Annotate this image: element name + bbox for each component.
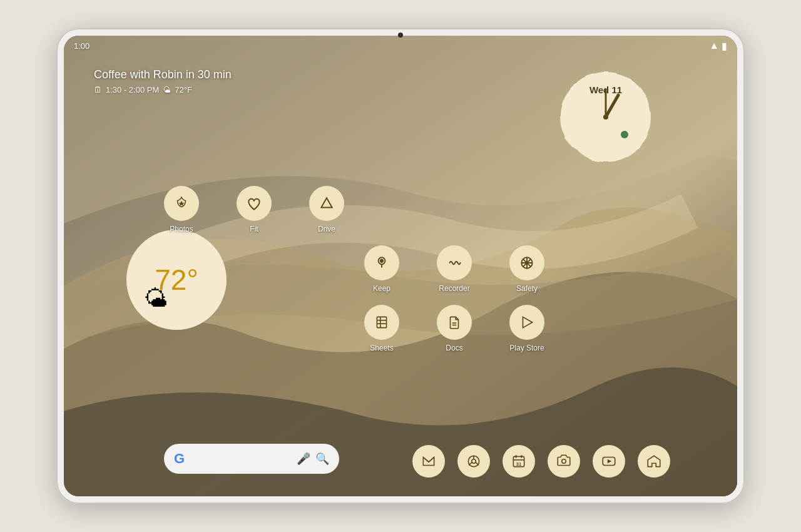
- safety-label: Safety: [516, 284, 538, 293]
- svg-text:31: 31: [516, 461, 521, 467]
- status-time: 1:00: [74, 41, 89, 51]
- battery-icon: ▮: [722, 40, 727, 52]
- calendar-time: 1:30 - 2:00 PM: [106, 85, 159, 95]
- app-icon-docs[interactable]: Docs: [437, 305, 472, 352]
- lens-icon[interactable]: 🔍: [315, 452, 329, 466]
- docs-label: Docs: [446, 344, 462, 352]
- calendar-event-title: Coffee with Robin in 30 min: [94, 68, 232, 81]
- tablet-device: 1:00 ▲ ▮ Coffee with Robin in 30 min 🗓 1…: [56, 28, 745, 504]
- calendar-widget[interactable]: Coffee with Robin in 30 min 🗓 1:30 - 2:0…: [94, 68, 232, 95]
- dock-icon-youtube[interactable]: [593, 445, 625, 478]
- svg-point-8: [380, 260, 383, 262]
- microphone-icon[interactable]: 🎤: [297, 452, 310, 466]
- dock-icon-calendar[interactable]: 31: [503, 445, 535, 478]
- photos-label: Photos: [170, 225, 193, 233]
- tablet-screen: 1:00 ▲ ▮ Coffee with Robin in 30 min 🗓 1…: [64, 36, 737, 496]
- dock-icon-camera[interactable]: [548, 445, 580, 478]
- svg-point-18: [472, 459, 476, 464]
- svg-marker-16: [523, 317, 533, 327]
- fit-label: Fit: [250, 225, 258, 233]
- calendar-weather: 72°F: [175, 85, 192, 95]
- recorder-icon-circle: [437, 245, 472, 280]
- svg-marker-29: [608, 459, 612, 464]
- sheets-label: Sheets: [370, 344, 393, 352]
- wifi-icon: ▲: [709, 40, 719, 51]
- docs-icon-circle: [437, 305, 472, 340]
- google-g: G: [174, 451, 185, 467]
- weather-widget[interactable]: 72° 🌤: [126, 230, 227, 330]
- svg-point-6: [621, 131, 628, 138]
- search-bar[interactable]: G 🎤 🔍: [164, 444, 339, 474]
- app-icon-drive[interactable]: Drive: [309, 186, 344, 233]
- app-icon-safety[interactable]: Safety: [509, 245, 544, 293]
- clock-widget[interactable]: Wed 11: [556, 67, 656, 167]
- app-icon-recorder[interactable]: Recorder: [437, 245, 472, 293]
- keep-label: Keep: [373, 284, 390, 293]
- calendar-event-details: 🗓 1:30 - 2:00 PM 🌤 72°F: [94, 85, 232, 95]
- status-icons: ▲ ▮: [709, 40, 727, 52]
- dock-icon-files[interactable]: [638, 445, 670, 478]
- drive-label: Drive: [318, 225, 335, 233]
- app-icon-playstore[interactable]: Play Store: [509, 305, 544, 352]
- app-icon-photos[interactable]: Photos: [164, 186, 199, 233]
- weather-sun-icon: 🌤: [144, 285, 168, 312]
- status-bar: 1:00 ▲ ▮: [64, 36, 737, 56]
- app-grid-mid: Keep Recorder Safety: [364, 245, 544, 293]
- dock-icon-gmail[interactable]: [412, 445, 445, 478]
- app-icon-sheets[interactable]: Sheets: [364, 305, 399, 352]
- playstore-label: Play Store: [509, 344, 544, 352]
- app-grid-top: Photos Fit Drive: [164, 186, 344, 233]
- keep-icon-circle: [364, 245, 399, 280]
- svg-point-5: [603, 115, 608, 120]
- weather-icon-inline: 🌤: [163, 85, 171, 95]
- photos-icon-circle: [164, 186, 199, 221]
- fit-icon-circle: [237, 186, 272, 221]
- app-icon-fit[interactable]: Fit: [237, 186, 272, 233]
- calendar-icon: 🗓: [94, 85, 102, 95]
- app-icon-keep[interactable]: Keep: [364, 245, 399, 293]
- sheets-icon-circle: [364, 305, 399, 340]
- safety-icon-circle: [509, 245, 544, 280]
- recorder-label: Recorder: [439, 284, 469, 293]
- dock-icon-chrome[interactable]: [457, 445, 490, 478]
- playstore-icon-circle: [509, 305, 544, 340]
- app-grid-bot: Sheets Docs: [364, 305, 544, 352]
- svg-rect-10: [377, 317, 386, 327]
- dock: 31: [377, 445, 706, 478]
- drive-icon-circle: [309, 186, 344, 221]
- svg-point-27: [562, 459, 566, 464]
